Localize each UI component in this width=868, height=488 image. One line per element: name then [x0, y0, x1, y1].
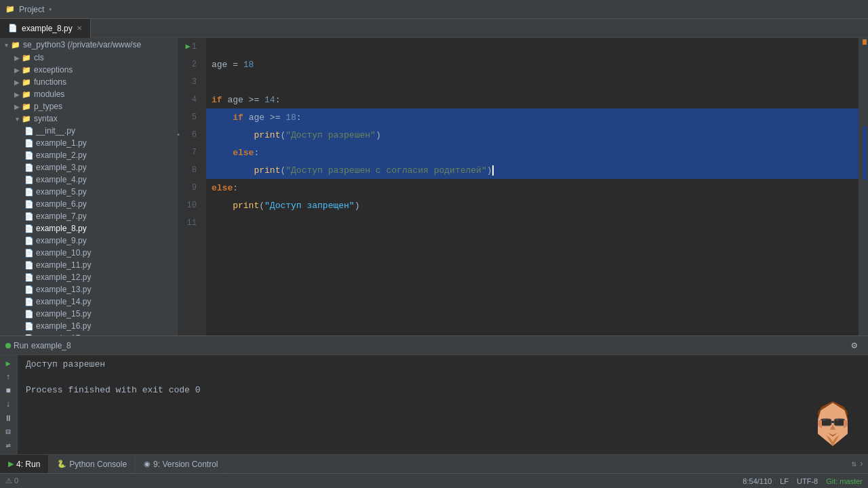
expand-icon[interactable]: ⇅	[852, 459, 856, 469]
gear-icon[interactable]: ⚙	[852, 340, 857, 351]
sidebar-item-syntax[interactable]: ▾ 📁 syntax	[0, 113, 177, 125]
file-label-example_9.py: example_9.py	[36, 236, 87, 245]
run-rerun-btn[interactable]: ⊟	[1, 426, 15, 438]
run-wrap-btn[interactable]: ⇌	[1, 440, 15, 451]
project-label[interactable]: Project	[19, 5, 44, 14]
sidebar-item-example_14py[interactable]: 📄 example_14.py	[0, 296, 177, 308]
avatar-container	[800, 355, 868, 454]
sidebar-item-modules[interactable]: ▶ 📁 modules	[0, 88, 177, 100]
file-label-example_1.py: example_1.py	[36, 138, 87, 148]
status-right: 8:54/110 LF UTF-8 Git: master	[743, 477, 863, 485]
sidebar-item-example_13py[interactable]: 📄 example_13.py	[0, 283, 177, 296]
sidebar-item-functions[interactable]: ▶ 📁 functions	[0, 76, 177, 88]
file-label-example_11.py: example_11.py	[36, 260, 91, 270]
code-str3: "Доступ запрещен"	[264, 201, 355, 211]
sidebar-root[interactable]: ▾ 📁 se_python3 (/private/var/www/se	[0, 38, 177, 52]
modules-folder-icon: 📁	[22, 90, 31, 99]
ln-6: ▶6	[178, 126, 201, 144]
sidebar-item-example_4py[interactable]: 📄 example_4.py	[0, 174, 177, 186]
sidebar-item-example_8py[interactable]: 📄 example_8.py	[0, 222, 177, 235]
run-pause-btn[interactable]: ⏸	[1, 413, 15, 424]
sidebar-item-example_16py[interactable]: 📄 example_16.py	[0, 320, 177, 332]
sidebar-item-__init__py[interactable]: 📄 __init__.py	[0, 125, 177, 137]
run-file-label: example_8	[31, 341, 71, 350]
file-tree: ▾ 📁 se_python3 (/private/var/www/se ▶ 📁 …	[0, 38, 178, 336]
bottom-tab-python-console[interactable]: 🐍 Python Console	[49, 455, 136, 474]
play-icon: ▶	[5, 359, 10, 369]
run-control-buttons: ▶ ↑ ■ ↓ ⏸ ⊟ ⇌	[0, 355, 18, 454]
sidebar-item-example_5py[interactable]: 📄 example_5.py	[0, 186, 177, 198]
editor-scroll: ▶1 2 3 4 5 ▶6 7 8 9 10 11 age = 18	[178, 38, 868, 336]
sidebar-item-example_3py[interactable]: 📄 example_3.py	[0, 161, 177, 174]
right-scrollbar[interactable]	[859, 38, 868, 336]
sidebar-item-example_6py[interactable]: 📄 example_6.py	[0, 198, 177, 210]
expand-icon2[interactable]: ›	[859, 460, 864, 469]
code-colon4: :	[233, 183, 238, 193]
ln-2: 2	[178, 56, 201, 73]
pause-icon: ⏸	[4, 413, 12, 424]
run-down-btn[interactable]: ↓	[1, 399, 15, 410]
sidebar-item-example_12py[interactable]: 📄 example_12.py	[0, 271, 177, 283]
bottom-tab-bar: ▶ 4: Run 🐍 Python Console ◉ 9: Version C…	[0, 454, 868, 473]
run-tab-text[interactable]: Run	[14, 341, 28, 350]
code-age-var: age	[212, 60, 227, 70]
tab-filename: example_8.py	[22, 24, 73, 33]
status-lf[interactable]: LF	[780, 477, 789, 485]
file-label-example_13.py: example_13.py	[36, 285, 91, 294]
root-label: se_python3 (/private/var/www/se	[23, 40, 141, 49]
expand-btns: ⇅ ›	[848, 459, 868, 469]
main-area: ▾ 📁 se_python3 (/private/var/www/se ▶ 📁 …	[0, 38, 868, 336]
code-line-1	[206, 38, 859, 56]
sidebar-item-example_10py[interactable]: 📄 example_10.py	[0, 247, 177, 259]
status-git[interactable]: Git: master	[826, 477, 863, 485]
sidebar-item-example_7py[interactable]: 📄 example_7.py	[0, 210, 177, 222]
gutter-arrow-6: ▶	[178, 126, 180, 144]
code-indent6	[212, 130, 254, 140]
ln-8: 8	[178, 161, 201, 179]
run-up-btn[interactable]: ↑	[1, 371, 15, 383]
sidebar-item-example_15py[interactable]: 📄 example_15.py	[0, 308, 177, 320]
svg-rect-7	[821, 419, 831, 426]
project-section: 📁 Project ▾	[5, 5, 52, 14]
status-position[interactable]: 8:54/110	[743, 477, 772, 485]
bottom-tab-version-control[interactable]: ◉ 9: Version Control	[136, 455, 226, 474]
run-play-btn[interactable]: ▶	[1, 358, 15, 369]
file-icon-example_1.py: 📄	[24, 139, 34, 148]
code-14: 14	[264, 95, 275, 105]
code-else2: else	[212, 183, 233, 193]
p_types-folder-icon: 📁	[22, 102, 31, 111]
ln-5: 5	[178, 108, 201, 126]
project-dropdown-arrow[interactable]: ▾	[48, 5, 52, 14]
run-stop-btn[interactable]: ■	[1, 385, 15, 396]
sidebar-item-example_9py[interactable]: 📄 example_9.py	[0, 235, 177, 247]
tab-close-btn[interactable]: ✕	[77, 24, 82, 32]
root-folder-icon: 📁	[11, 41, 20, 49]
sidebar-item-example_11py[interactable]: 📄 example_11.py	[0, 259, 177, 271]
ln-1: ▶1	[178, 38, 201, 56]
sidebar-item-example_1py[interactable]: 📄 example_1.py	[0, 137, 177, 149]
file-icon-example_8.py: 📄	[24, 224, 34, 233]
code-editor[interactable]: age = 18 if age >= 14: if age >= 18: pri…	[206, 38, 859, 336]
file-label-example_14.py: example_14.py	[36, 297, 91, 306]
file-icon-example_14.py: 📄	[24, 298, 34, 306]
status-warnings: ⚠ 0	[5, 476, 18, 485]
up-icon: ↑	[5, 373, 10, 382]
file-label-example_2.py: example_2.py	[36, 150, 87, 160]
syntax-arrow: ▾	[14, 115, 20, 123]
sidebar-item-cls[interactable]: ▶ 📁 cls	[0, 52, 177, 64]
code-paren3: (	[259, 201, 264, 211]
version-control-icon: ◉	[144, 460, 151, 468]
sidebar-item-exceptions[interactable]: ▶ 📁 exceptions	[0, 64, 177, 76]
file-icon-example_4.py: 📄	[24, 176, 34, 184]
sidebar-item-example_2py[interactable]: 📄 example_2.py	[0, 149, 177, 161]
bottom-tab-run[interactable]: ▶ 4: Run	[0, 455, 49, 474]
tab-example8[interactable]: 📄 example_8.py ✕	[0, 19, 91, 38]
file-icon-example_15.py: 📄	[24, 310, 34, 319]
code-line-9: else:	[206, 179, 859, 197]
scrollbar-marker-1	[863, 39, 867, 45]
status-encoding[interactable]: UTF-8	[797, 477, 818, 485]
run-tab-icon: ▶	[8, 460, 14, 468]
sidebar-item-p_types[interactable]: ▶ 📁 p_types	[0, 100, 177, 113]
code-age1: age >=	[222, 95, 264, 105]
gear-area: ⚙	[852, 340, 863, 351]
